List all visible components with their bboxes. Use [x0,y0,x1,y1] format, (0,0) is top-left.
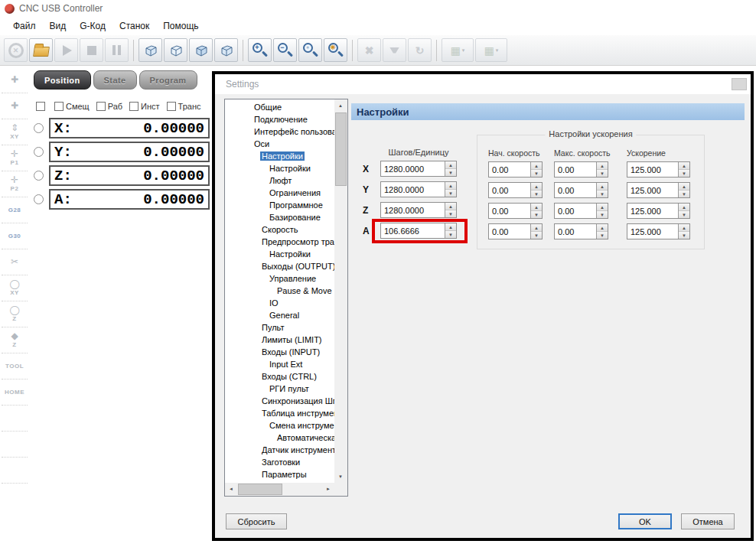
spin-up-icon[interactable]: ▲ [531,224,542,232]
spin-down-icon[interactable]: ▼ [597,191,608,197]
view-front-button[interactable] [189,38,213,62]
start-speed-spinbox[interactable]: 0.00 ▲▼ [488,182,543,198]
spin-down-icon[interactable]: ▼ [679,170,689,177]
acceleration-spinbox[interactable]: 125.000 ▲▼ [627,161,690,178]
spinbox-value[interactable]: 0.00 [489,204,530,218]
steps-spinbox[interactable]: 1280.0000 ▲ ▼ [380,202,457,218]
spin-up-icon[interactable]: ▲ [445,182,456,190]
steps-spinbox[interactable]: 1280.0000 ▲ ▼ [380,161,457,177]
ok-button[interactable]: OK [618,513,672,529]
tree-item[interactable]: Лимиты (LIMIT) [225,334,334,346]
tree-item[interactable]: Предпросмотр траекто [225,236,334,248]
spin-down-icon[interactable]: ▼ [597,211,608,218]
emergency-stop-button[interactable]: ✕ [4,38,28,62]
tree-item[interactable]: Заготовки [225,456,334,468]
rail-button[interactable]: ✚ [2,93,28,119]
spin-down-icon[interactable]: ▼ [445,210,456,217]
rail-button[interactable]: ✂ [2,249,28,275]
checkbox-box[interactable] [129,102,138,111]
scrollbar-thumb[interactable] [335,112,347,186]
offset-checkbox[interactable]: Инст [129,102,160,111]
start-speed-spinbox[interactable]: 0.00 ▲▼ [488,161,543,178]
scroll-left-icon[interactable]: ◄ [225,483,237,495]
scrollbar-thumb[interactable] [238,484,282,495]
offset-checkbox[interactable] [36,102,47,111]
tree-item[interactable]: Автоматическая см [225,432,334,444]
tree-item[interactable]: Pause & Move [225,285,334,297]
spin-down-icon[interactable]: ▼ [679,232,689,239]
tree-item[interactable]: Датчик инструмента [225,444,334,456]
menu-item[interactable]: G-Код [73,18,112,34]
tree-item[interactable]: Параметры [225,468,334,480]
tree-item[interactable]: Синхронизация Шпинде [225,395,334,407]
spin-down-icon[interactable]: ▼ [597,232,608,239]
rail-button[interactable]: ◯ XY [2,275,28,301]
simulate-button[interactable]: ↻ [408,38,432,62]
rail-button[interactable]: G28 [2,197,28,223]
play-button[interactable] [54,38,78,62]
tree-item[interactable]: Смена инструмента [225,419,334,432]
start-speed-spinbox[interactable]: 0.00 ▲▼ [488,203,543,219]
spinbox-value[interactable]: 0.00 [555,183,596,197]
rail-button[interactable]: G30 [2,223,28,249]
rail-button[interactable] [2,458,28,484]
tree-item[interactable]: Интерфейс пользовате [225,125,334,138]
spinbox-value[interactable]: 0.00 [489,224,530,239]
spin-down-icon[interactable]: ▼ [679,191,689,197]
menu-item[interactable]: Помощь [156,18,205,34]
spin-down-icon[interactable]: ▼ [531,191,542,197]
rail-button[interactable]: ⇕ XY [2,119,28,145]
zoom-fit-button[interactable]: ✳ [324,38,347,62]
stop-button[interactable] [80,38,103,62]
checkbox-box[interactable] [167,102,176,111]
spinbox-value[interactable]: 125.000 [627,162,678,177]
spinbox-value[interactable]: 125.000 [627,204,678,218]
rail-button[interactable]: ✚ [2,67,28,93]
spin-down-icon[interactable]: ▼ [531,170,542,177]
scroll-up-icon[interactable]: ▲ [334,99,347,112]
spin-up-icon[interactable]: ▲ [597,204,608,211]
position-tab[interactable]: Position [34,70,91,90]
acceleration-spinbox[interactable]: 125.000 ▲▼ [627,203,690,219]
tree-item[interactable]: Настройки [225,162,334,174]
scroll-right-icon[interactable]: ► [322,483,334,495]
rail-button[interactable]: ✛ P2 [2,171,28,197]
spinbox-value[interactable]: 0.00 [555,204,596,218]
position-tab[interactable]: Program [139,70,197,90]
menu-item[interactable]: Файл [6,18,43,34]
tool-funnel-button[interactable] [383,38,406,62]
spinbox-value[interactable]: 125.000 [627,183,678,197]
max-speed-spinbox[interactable]: 0.00 ▲▼ [554,203,608,219]
open-file-button[interactable] [29,38,53,62]
rail-button[interactable]: HOME [2,379,28,406]
tree-item[interactable]: Ограничения [225,187,334,199]
rail-button[interactable]: ✛ P1 [2,145,28,171]
spinbox-value[interactable]: 1280.0000 [381,161,445,176]
tree-item[interactable]: Входы (INPUT) [225,346,334,358]
zoom-window-button[interactable]: ▫ [298,38,322,62]
spin-up-icon[interactable]: ▲ [679,183,689,191]
cancel-button[interactable]: Отмена [681,513,735,529]
dialog-titlebar-button[interactable] [732,78,747,90]
max-speed-spinbox[interactable]: 0.00 ▲▼ [554,161,608,178]
view-3d-button[interactable] [138,38,162,62]
rail-button[interactable] [2,406,28,432]
spinbox-value[interactable]: 1280.0000 [381,182,445,197]
spin-down-icon[interactable]: ▼ [679,211,689,218]
dialog-titlebar[interactable]: Settings [215,74,751,94]
tree-item[interactable]: Люфт [225,174,334,187]
spin-up-icon[interactable]: ▲ [679,162,689,170]
spin-down-icon[interactable]: ▼ [445,169,456,176]
spinbox-value[interactable]: 1280.0000 [381,203,445,217]
reset-button[interactable]: Сбросить [226,513,287,529]
tree-item[interactable]: Общие [225,101,334,113]
spin-up-icon[interactable]: ▲ [597,162,608,170]
spin-up-icon[interactable]: ▲ [445,161,456,169]
axis-radio[interactable] [34,123,44,133]
tree-item[interactable]: Настройки [225,248,334,260]
menu-item[interactable]: Вид [43,18,73,34]
offset-checkbox[interactable]: Транс [167,102,201,111]
acceleration-spinbox[interactable]: 125.000 ▲▼ [627,182,690,198]
spinbox-value[interactable]: 0.00 [489,183,530,197]
max-speed-spinbox[interactable]: 0.00 ▲▼ [554,223,608,239]
